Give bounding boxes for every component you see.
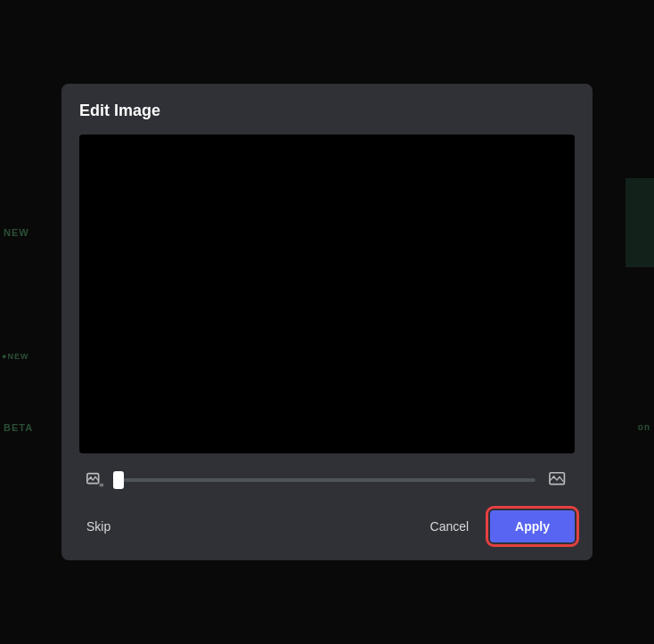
bg-panel-right [625,178,654,267]
slider-thumb[interactable] [113,471,124,489]
right-actions: Cancel Apply [423,510,575,542]
slider-row [79,468,575,493]
apply-button[interactable]: Apply [490,510,575,542]
svg-rect-2 [100,484,104,487]
bg-label-new: NEW [4,227,29,238]
image-preview-area [79,135,575,453]
small-image-icon [83,468,108,493]
image-size-slider[interactable] [119,478,535,482]
bg-label-beta: BETA [4,422,33,433]
dialog-title: Edit Image [79,102,575,120]
actions-row: Skip Cancel Apply [79,507,575,542]
bg-label-on: on [638,422,650,432]
large-image-icon [546,468,571,493]
cancel-button[interactable]: Cancel [423,516,477,537]
skip-button[interactable]: Skip [79,516,118,537]
svg-point-4 [552,476,555,478]
bg-label-new2: ●NEW [2,352,29,361]
edit-image-dialog: Edit Image Skip Cancel Apply [61,84,593,560]
svg-point-1 [90,477,92,478]
